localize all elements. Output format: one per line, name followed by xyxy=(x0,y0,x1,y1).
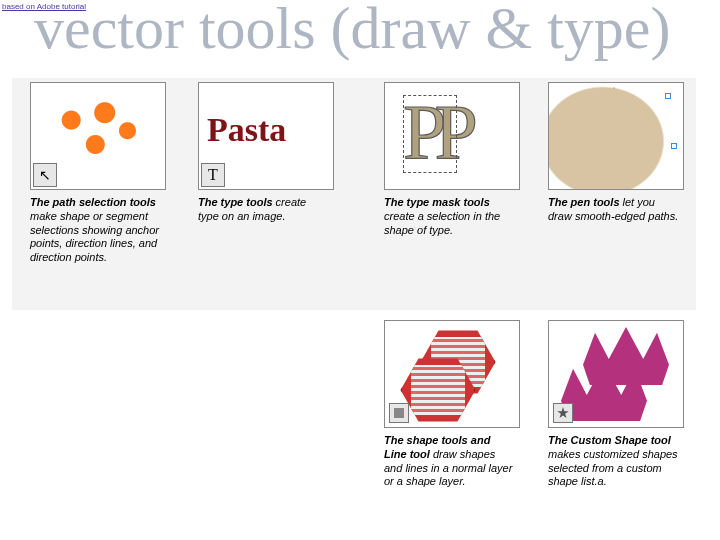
rectangle-tool-icon xyxy=(389,403,409,423)
thumb-path-selection: ↖ xyxy=(30,82,166,190)
thumb-pen-tools xyxy=(548,82,684,190)
caption-type-tools: The type tools create type on an image. xyxy=(198,196,330,224)
item-type-tools: Pasta T The type tools create type on an… xyxy=(198,82,348,224)
anchor-point-icon xyxy=(559,133,565,139)
page-title: vector tools (draw & type) xyxy=(34,0,670,63)
crown-shape-icon xyxy=(561,363,647,421)
custom-shape-tool-icon xyxy=(553,403,573,423)
anchor-point-icon xyxy=(671,143,677,149)
item-type-mask: PP The type mask tools create a selectio… xyxy=(384,82,534,237)
item-custom-shape: The Custom Shape tool makes customized s… xyxy=(548,320,698,489)
thumb-shape-tools xyxy=(384,320,520,428)
pen-nib-icon xyxy=(609,87,619,101)
anchor-point-icon xyxy=(585,101,591,107)
anchor-point-icon xyxy=(665,93,671,99)
caption-shape-tools: The shape tools and Line tool draw shape… xyxy=(384,434,516,489)
crown-shape-icon xyxy=(583,327,669,385)
item-pen-tools: The pen tools let you draw smooth-edged … xyxy=(548,82,698,224)
thumb-type-tools: Pasta T xyxy=(198,82,334,190)
pasta-label: Pasta xyxy=(207,111,286,149)
mug-handle xyxy=(585,103,637,167)
mask-marquee xyxy=(403,95,457,173)
caption-pen-tools: The pen tools let you draw smooth-edged … xyxy=(548,196,680,224)
thumb-type-mask: PP xyxy=(384,82,520,190)
type-tool-icon: T xyxy=(201,163,225,187)
thumb-custom-shape xyxy=(548,320,684,428)
item-shape-tools: The shape tools and Line tool draw shape… xyxy=(384,320,534,489)
arrow-tool-icon: ↖ xyxy=(33,163,57,187)
caption-custom-shape: The Custom Shape tool makes customized s… xyxy=(548,434,680,489)
caption-type-mask: The type mask tools create a selection i… xyxy=(384,196,516,237)
caption-path-selection: The path selection tools make shape or s… xyxy=(30,196,162,265)
item-path-selection: ↖ The path selection tools make shape or… xyxy=(30,82,180,265)
